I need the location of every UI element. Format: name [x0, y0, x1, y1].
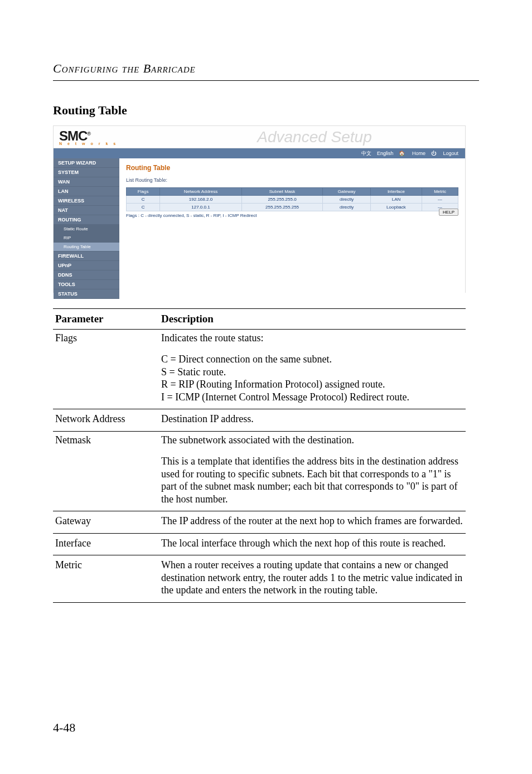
- row-netmask-top: Netmask The subnetwork associated with t…: [53, 431, 466, 452]
- cell: 255.255.255.255: [241, 204, 323, 211]
- sidebar-item-routing-table[interactable]: Routing Table: [54, 243, 119, 251]
- parameter-table: Parameter Description Flags Indicates th…: [53, 308, 466, 603]
- flags-legend: Flags : C - directly connected, S - stat…: [126, 213, 458, 218]
- row-gateway: Gateway The IP address of the router at …: [53, 511, 466, 534]
- logout-label: Logout: [443, 151, 458, 156]
- main-subtitle: List Routing Table:: [126, 177, 458, 183]
- param-interface: Interface: [53, 533, 159, 555]
- sidebar-item-setup-wizard[interactable]: SETUP WIZARD: [54, 158, 119, 168]
- cell: 127.0.0.1: [160, 204, 241, 211]
- desc-gateway: The IP address of the router at the next…: [159, 511, 466, 534]
- cell: LAN: [370, 196, 422, 204]
- cell: directly: [323, 196, 371, 204]
- row-flags-top: Flags Indicates the route status:: [53, 329, 466, 350]
- lang-row: 中文 English 🏠 Home ⏻ Logout: [54, 148, 465, 158]
- cell: ---: [422, 196, 458, 204]
- desc-flags-top: Indicates the route status:: [159, 329, 466, 350]
- cell: directly: [323, 204, 371, 211]
- logo-sub: N e t w o r k s: [59, 142, 158, 146]
- empty: [53, 452, 159, 511]
- home-label: Home: [412, 151, 425, 156]
- desc-netmask-sub: This is a template that identifies the a…: [159, 452, 466, 511]
- screenshot-body: SETUP WIZARD SYSTEM WAN LAN WIRELESS NAT…: [54, 158, 465, 299]
- param-network-address: Network Address: [53, 409, 159, 432]
- desc-header-row: Parameter Description: [53, 309, 466, 330]
- cell: 255.255.255.0: [241, 196, 323, 204]
- sidebar: SETUP WIZARD SYSTEM WAN LAN WIRELESS NAT…: [54, 158, 119, 299]
- desc-netmask-top: The subnetwork associated with the desti…: [159, 431, 466, 452]
- param-metric: Metric: [53, 555, 159, 603]
- sidebar-item-ddns[interactable]: DDNS: [54, 270, 119, 280]
- table-row: C 192.168.2.0 255.255.255.0 directly LAN…: [127, 196, 458, 204]
- desc-interface: The local interface through which the ne…: [159, 533, 466, 555]
- sidebar-item-rip[interactable]: RIP: [54, 234, 119, 243]
- th-interface: Interface: [370, 188, 422, 196]
- logo-main: SMC: [59, 128, 87, 143]
- main-title: Routing Table: [126, 164, 458, 172]
- row-flags-sub: C = Direct connection on the same subnet…: [53, 350, 466, 409]
- cell: C: [127, 204, 160, 211]
- table-header-row: Flags Network Address Subnet Mask Gatewa…: [127, 188, 458, 196]
- router-screenshot: SMC® N e t w o r k s Advanced Setup 中文 E…: [53, 125, 466, 293]
- row-netmask-sub: This is a template that identifies the a…: [53, 452, 466, 511]
- page-header: Configuring the Barricade: [53, 61, 479, 76]
- sidebar-item-tools[interactable]: TOOLS: [54, 280, 119, 289]
- th-flags: Flags: [127, 188, 160, 196]
- help-button[interactable]: HELP: [439, 209, 458, 216]
- sidebar-item-upnp[interactable]: UPnP: [54, 261, 119, 270]
- sidebar-item-status[interactable]: STATUS: [54, 289, 119, 299]
- sidebar-item-system[interactable]: SYSTEM: [54, 168, 119, 177]
- param-gateway: Gateway: [53, 511, 159, 534]
- home-link[interactable]: 🏠 Home: [399, 148, 425, 158]
- header-description: Description: [159, 309, 466, 330]
- page-number: 4-48: [53, 720, 75, 735]
- row-interface: Interface The local interface through wh…: [53, 533, 466, 555]
- screenshot-main: Routing Table List Routing Table: Flags …: [119, 158, 465, 299]
- sidebar-item-lan[interactable]: LAN: [54, 187, 119, 196]
- sidebar-item-firewall[interactable]: FIREWALL: [54, 251, 119, 261]
- th-gateway: Gateway: [323, 188, 371, 196]
- sidebar-item-static-route[interactable]: Static Route: [54, 225, 119, 234]
- th-network-address: Network Address: [160, 188, 241, 196]
- sidebar-item-nat[interactable]: NAT: [54, 206, 119, 215]
- param-netmask: Netmask: [53, 431, 159, 452]
- empty: [53, 350, 159, 409]
- desc-flags-sub: C = Direct connection on the same subnet…: [159, 350, 466, 409]
- row-metric: Metric When a router receives a routing …: [53, 555, 466, 603]
- routing-table: Flags Network Address Subnet Mask Gatewa…: [126, 187, 458, 211]
- header-parameter: Parameter: [53, 309, 159, 330]
- th-metric: Metric: [422, 188, 458, 196]
- param-flags: Flags: [53, 329, 159, 350]
- logo-reg: ®: [87, 131, 90, 137]
- header-rule: [53, 80, 479, 81]
- lang-english[interactable]: English: [377, 148, 394, 158]
- smc-logo: SMC® N e t w o r k s: [54, 126, 164, 148]
- row-network-address: Network Address Destination IP address.: [53, 409, 466, 432]
- advanced-setup-watermark: Advanced Setup: [164, 128, 465, 146]
- screenshot-topbar: SMC® N e t w o r k s Advanced Setup: [54, 126, 465, 148]
- sidebar-item-routing[interactable]: ROUTING: [54, 215, 119, 225]
- desc-metric: When a router receives a routing update …: [159, 555, 466, 603]
- section-title: Routing Table: [53, 103, 479, 118]
- th-subnet-mask: Subnet Mask: [241, 188, 323, 196]
- sidebar-item-wan[interactable]: WAN: [54, 177, 119, 187]
- sidebar-item-wireless[interactable]: WIRELESS: [54, 196, 119, 206]
- lang-chinese[interactable]: 中文: [361, 148, 371, 158]
- cell: 192.168.2.0: [160, 196, 241, 204]
- logout-link[interactable]: ⏻ Logout: [431, 148, 458, 158]
- cell: Loopback: [370, 204, 422, 211]
- desc-network-address: Destination IP address.: [159, 409, 466, 432]
- cell: C: [127, 196, 160, 204]
- table-row: C 127.0.0.1 255.255.255.255 directly Loo…: [127, 204, 458, 211]
